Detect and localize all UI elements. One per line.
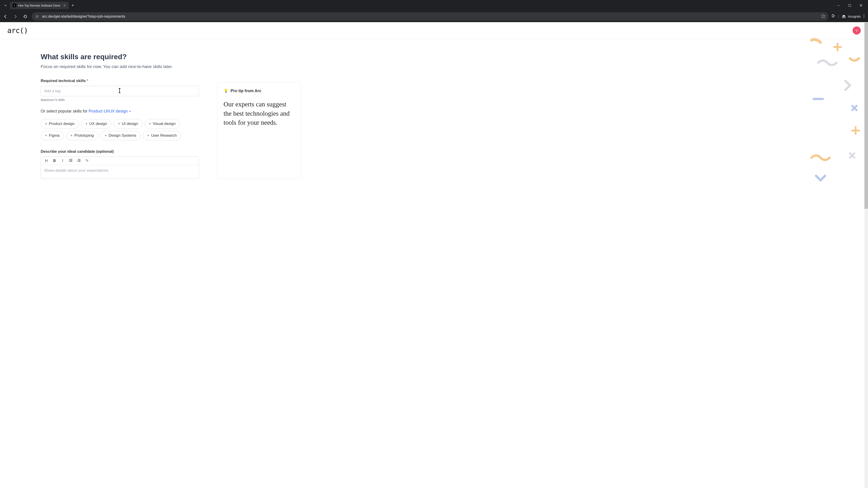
plus-icon: + (45, 122, 47, 126)
browser-tab[interactable]: ✓ Hire Top Remote Software Deve ✕ (10, 2, 69, 9)
star-icon (821, 14, 825, 18)
plus-icon: + (70, 133, 72, 138)
puzzle-icon (831, 14, 835, 18)
arrow-left-icon (3, 14, 7, 19)
page: arc() Y What skills are required? Focus … (0, 22, 868, 488)
svg-rect-3 (37, 15, 38, 16)
svg-rect-25 (78, 161, 81, 162)
svg-rect-1 (848, 4, 851, 6)
page-subtitle: Focus on required skills for now. You ca… (41, 64, 199, 69)
plus-icon: + (118, 122, 120, 126)
skill-chip-ux-design[interactable]: +UX design (81, 119, 112, 129)
svg-point-16 (69, 160, 70, 161)
svg-point-14 (69, 159, 70, 160)
editor-textarea[interactable]: Share details about your expectations (41, 165, 199, 179)
svg-point-8 (842, 17, 844, 18)
scrollbar-thumb[interactable] (864, 23, 868, 209)
skill-chip-visual-design[interactable]: +Visual design (145, 119, 180, 129)
bullet-list-icon (69, 159, 72, 162)
window-maximize-button[interactable] (844, 2, 855, 9)
scrollbar-track[interactable] (864, 23, 868, 488)
svg-rect-23 (78, 160, 81, 161)
link-icon (85, 159, 89, 162)
skills-hint: Maximum 5 skills (41, 98, 199, 102)
svg-rect-4 (36, 16, 37, 17)
bookmark-star-button[interactable] (821, 14, 825, 19)
tab-title: Hire Top Remote Software Deve (18, 4, 61, 7)
rich-text-editor: H B I 123 Share details about you (41, 157, 199, 179)
editor-italic-button[interactable]: I (60, 159, 65, 163)
skill-chip-product-design[interactable]: +Product design (41, 119, 79, 129)
skills-tag-input[interactable] (41, 86, 199, 96)
svg-rect-5 (37, 16, 38, 17)
svg-text:3: 3 (77, 161, 78, 162)
plus-icon: + (149, 122, 151, 126)
maximize-icon (848, 4, 851, 7)
chevron-down-icon (4, 4, 7, 7)
extensions-button[interactable] (831, 14, 835, 19)
incognito-label: Incognito (848, 15, 861, 18)
nav-back-button[interactable] (2, 13, 9, 20)
form-area: What skills are required? Focus on requi… (41, 53, 199, 179)
incognito-badge: Incognito (842, 14, 861, 19)
window-minimize-button[interactable] (833, 2, 844, 9)
plus-icon: + (45, 133, 47, 138)
describe-field-label: Describe your ideal candidate (optional) (41, 149, 199, 154)
skills-field-label: Required technical skills * (41, 78, 199, 83)
tab-close-button[interactable]: ✕ (63, 4, 66, 7)
plus-icon: + (147, 133, 149, 138)
browser-menu-button[interactable] (864, 14, 864, 19)
skill-chip-design-systems[interactable]: +Design Systems (100, 131, 141, 140)
svg-rect-7 (37, 17, 38, 18)
new-tab-button[interactable]: + (70, 2, 76, 8)
popular-skills-prompt: Or select popular skills for Product UI/… (41, 109, 199, 113)
editor-link-button[interactable] (85, 159, 89, 163)
editor-heading-button[interactable]: H (44, 159, 49, 163)
svg-point-11 (864, 14, 864, 15)
svg-point-18 (69, 161, 70, 162)
svg-point-9 (844, 17, 845, 18)
skill-chip-figma[interactable]: +Figma (41, 131, 64, 140)
popular-skills-dropdown[interactable]: Product UI/UX design (89, 109, 131, 113)
kebab-icon (864, 14, 864, 18)
plus-icon: + (86, 122, 88, 126)
url-text: arc.dev/get-started/designer?step=job-re… (42, 14, 818, 19)
svg-rect-0 (837, 5, 839, 6)
lightbulb-icon: 💡 (223, 89, 228, 93)
editor-bold-button[interactable]: B (52, 159, 57, 163)
svg-rect-21 (78, 159, 81, 160)
tab-favicon: ✓ (13, 4, 16, 7)
browser-chrome: ✓ Hire Top Remote Software Deve ✕ + (0, 0, 868, 22)
reload-icon (23, 14, 27, 19)
tip-header-text: Pro tip from Arc (230, 89, 261, 93)
editor-bullet-list-button[interactable] (68, 159, 73, 163)
dropdown-caret-icon (129, 110, 131, 113)
ordered-list-icon: 123 (77, 159, 81, 162)
tabs-dropdown-button[interactable] (2, 2, 9, 9)
nav-forward-button[interactable] (12, 13, 19, 20)
pro-tip-card: 💡 Pro tip from Arc Our experts can sugge… (217, 82, 301, 179)
close-icon (860, 4, 862, 7)
skill-chips: +Product design +UX design +UI design +V… (41, 119, 199, 140)
address-row: arc.dev/get-started/designer?step=job-re… (0, 11, 868, 22)
skill-chip-prototyping[interactable]: +Prototyping (66, 131, 98, 140)
nav-reload-button[interactable] (22, 13, 29, 20)
site-settings-icon[interactable] (35, 14, 39, 19)
arc-logo[interactable]: arc() (7, 26, 28, 35)
editor-ordered-list-button[interactable]: 123 (76, 159, 81, 163)
skill-chip-ui-design[interactable]: +UI design (114, 119, 143, 129)
required-asterisk: * (87, 78, 88, 83)
svg-rect-19 (70, 161, 72, 162)
svg-rect-17 (70, 160, 72, 161)
tab-bar: ✓ Hire Top Remote Software Deve ✕ + (0, 0, 868, 11)
svg-rect-6 (36, 17, 36, 18)
svg-rect-15 (70, 159, 72, 160)
user-avatar[interactable]: Y (852, 26, 861, 35)
skill-chip-user-research[interactable]: +User Research (143, 131, 181, 140)
editor-toolbar: H B I 123 (41, 157, 199, 165)
incognito-icon (842, 14, 846, 19)
address-bar[interactable]: arc.dev/get-started/designer?step=job-re… (32, 12, 829, 21)
window-close-button[interactable] (856, 2, 866, 9)
svg-point-13 (864, 17, 864, 18)
plus-icon: + (105, 133, 107, 138)
